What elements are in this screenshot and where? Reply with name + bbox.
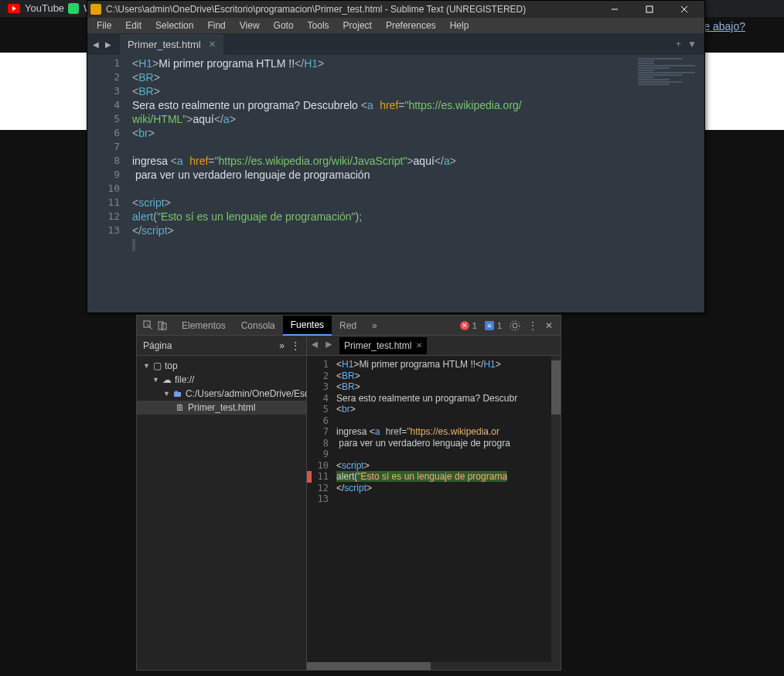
- line-number: 2: [87, 70, 120, 84]
- file-icon: 🗎: [176, 402, 185, 413]
- youtube-icon: [8, 4, 20, 13]
- page-link-fragment[interactable]: e abajo?: [704, 20, 745, 32]
- menu-dots-icon[interactable]: ⋮: [528, 320, 537, 331]
- close-button[interactable]: [666, 1, 701, 18]
- line-number: 8: [87, 154, 120, 168]
- close-tab-icon[interactable]: ✕: [209, 39, 216, 50]
- folder-icon: 🖿: [173, 388, 182, 399]
- tree-row-origin[interactable]: ▼ ☁ file://: [137, 373, 306, 387]
- menu-find[interactable]: Find: [201, 19, 231, 32]
- nav-prev-icon[interactable]: ⯇: [312, 341, 319, 350]
- tab-elementos[interactable]: Elementos: [174, 316, 233, 336]
- sublime-icon: [90, 4, 101, 15]
- caret-down-icon: ▼: [152, 376, 159, 384]
- source-code-viewer[interactable]: 1 2 3 4 5 6 7 8 9 10 11 12 13 <H1>Mi pri…: [307, 356, 561, 670]
- tabs-bar: ◀ ▶ Primer_test.html ✕ + ▼: [87, 33, 704, 55]
- tab-next-icon[interactable]: ▶: [103, 39, 114, 50]
- line-number: 4: [312, 393, 329, 405]
- code-area[interactable]: <H1>Mi primer programa HTLM !!</H1> <BR>…: [126, 55, 635, 312]
- minimize-button[interactable]: [597, 1, 632, 18]
- menu-view[interactable]: View: [233, 19, 266, 32]
- menu-file[interactable]: File: [90, 19, 118, 32]
- editor-body: 1 2 3 4 5 6 7 8 9 10 11 12 13 <H1>Mi pri…: [87, 55, 704, 312]
- vertical-scrollbar[interactable]: [551, 356, 561, 670]
- menubar: File Edit Selection Find View Goto Tools…: [87, 18, 704, 33]
- horizontal-scrollbar[interactable]: [307, 662, 561, 670]
- menu-selection[interactable]: Selection: [149, 19, 199, 32]
- line-number: 12: [312, 483, 329, 494]
- line-number: 10: [312, 460, 329, 472]
- new-tab-icon[interactable]: +: [676, 39, 681, 50]
- sources-overflow-icon[interactable]: »: [279, 340, 285, 351]
- devtools-window: Elementos Consola Fuentes Red » ✕1 ≡1 ⋮ …: [136, 315, 561, 671]
- menu-goto[interactable]: Goto: [268, 19, 300, 32]
- source-file-tab[interactable]: Primer_test.html ✕: [339, 337, 427, 354]
- menu-help[interactable]: Help: [444, 19, 476, 32]
- device-toggle-icon[interactable]: [157, 320, 168, 331]
- sources-menu-icon[interactable]: ⋮: [291, 340, 300, 351]
- menu-preferences[interactable]: Preferences: [380, 19, 442, 32]
- window-controls: [597, 1, 701, 18]
- line-number: 11: [87, 196, 120, 210]
- close-tab-icon[interactable]: ✕: [416, 341, 422, 350]
- tree-row-file[interactable]: 🗎 Primer_test.html: [137, 401, 306, 415]
- cloud-icon: ☁: [162, 374, 172, 385]
- tab-fuentes[interactable]: Fuentes: [283, 316, 332, 336]
- line-number: 9: [87, 168, 120, 182]
- line-number: 5: [312, 404, 329, 415]
- scrollbar-thumb[interactable]: [307, 662, 431, 670]
- gear-icon[interactable]: [510, 320, 520, 331]
- svg-point-8: [513, 323, 517, 328]
- line-number: 11: [312, 471, 329, 483]
- line-number: 2: [312, 370, 329, 382]
- menu-project[interactable]: Project: [337, 19, 378, 32]
- frame-icon: ▢: [153, 360, 162, 371]
- tab-prev-icon[interactable]: ◀: [90, 39, 101, 50]
- tab-red[interactable]: Red: [332, 316, 364, 336]
- titlebar[interactable]: C:\Users\admin\OneDrive\Escritorio\progr…: [87, 1, 704, 18]
- inspect-icon[interactable]: [143, 320, 154, 331]
- whatsapp-icon: [68, 3, 79, 14]
- nav-next-icon[interactable]: ⯈: [326, 341, 333, 350]
- file-tree: ▼ ▢ top ▼ ☁ file:// ▼ 🖿 C:/Users/admin/O…: [137, 356, 306, 670]
- line-number: 10: [87, 182, 120, 196]
- tabbar-right-buttons: + ▼: [676, 39, 697, 50]
- menu-edit[interactable]: Edit: [119, 19, 148, 32]
- line-number: 3: [87, 84, 120, 98]
- minimize-icon: [611, 5, 619, 13]
- line-number: 12: [87, 210, 120, 224]
- tabs-dropdown-icon[interactable]: ▼: [687, 39, 697, 50]
- browser-tab-youtube[interactable]: YouTube: [8, 2, 64, 14]
- maximize-button[interactable]: [632, 1, 666, 18]
- window-title: C:\Users\admin\OneDrive\Escritorio\progr…: [106, 4, 597, 15]
- cursor: [132, 239, 135, 251]
- minimap[interactable]: [635, 55, 704, 312]
- error-badge[interactable]: ✕1: [460, 321, 477, 330]
- menu-tools[interactable]: Tools: [302, 19, 336, 32]
- source-gutter: 1 2 3 4 5 6 7 8 9 10 11 12 13: [307, 356, 333, 670]
- scrollbar-thumb[interactable]: [551, 360, 561, 415]
- caret-down-icon: ▼: [143, 362, 150, 370]
- tree-row-folder[interactable]: ▼ 🖿 C:/Users/admin/OneDrive/Escri: [137, 387, 306, 401]
- line-number: 5: [87, 112, 120, 126]
- sources-left-pane: Página » ⋮ ▼ ▢ top ▼ ☁ file:// ▼ 🖿: [137, 336, 307, 670]
- tree-top-label: top: [165, 360, 178, 371]
- editor-tab[interactable]: Primer_test.html ✕: [120, 34, 223, 55]
- source-file-tab-label: Primer_test.html: [344, 340, 411, 351]
- line-number: 13: [312, 493, 329, 505]
- message-badge[interactable]: ≡1: [485, 321, 502, 330]
- tabs-overflow-icon[interactable]: »: [364, 316, 385, 336]
- browser-tab-label: YouTube: [25, 2, 64, 14]
- close-devtools-icon[interactable]: ✕: [545, 320, 553, 331]
- close-icon: [680, 5, 688, 13]
- gutter: 1 2 3 4 5 6 7 8 9 10 11 12 13: [87, 55, 126, 312]
- svg-point-9: [510, 321, 520, 330]
- svg-rect-1: [646, 6, 653, 12]
- svg-rect-7: [162, 323, 166, 329]
- tree-row-top[interactable]: ▼ ▢ top: [137, 359, 306, 373]
- line-number: 7: [87, 140, 120, 154]
- editor-tab-label: Primer_test.html: [128, 39, 201, 50]
- tab-consola[interactable]: Consola: [233, 316, 283, 336]
- line-number: 1: [87, 56, 120, 70]
- source-code-body[interactable]: <H1>Mi primer programa HTLM !!</H1> <BR>…: [333, 356, 561, 670]
